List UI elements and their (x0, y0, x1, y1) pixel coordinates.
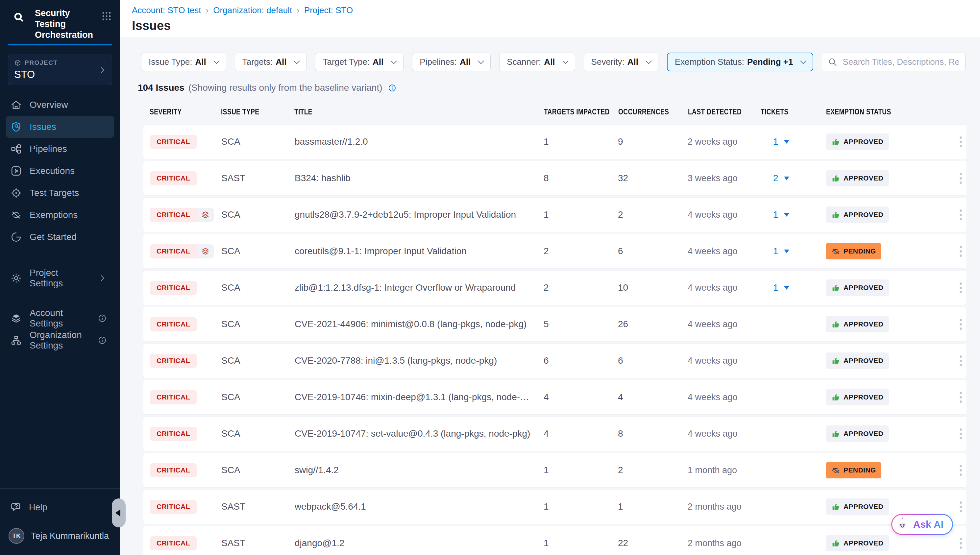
info-icon[interactable] (388, 83, 396, 92)
sidebar-item-project-settings[interactable]: Project Settings (0, 267, 120, 289)
tickets-dropdown[interactable]: 1 (760, 246, 826, 257)
sidebar-item-get-started[interactable]: Get Started (0, 226, 120, 248)
exemption-status-badge[interactable]: APPROVED (826, 353, 889, 369)
row-menu-button[interactable] (960, 392, 967, 403)
sidebar-item-overview[interactable]: Overview (0, 94, 120, 116)
issues-summary: 104 Issues (Showing results only from th… (138, 83, 966, 93)
exemption-status-badge[interactable]: PENDING (826, 243, 881, 260)
column-header: ISSUE TYPE (221, 107, 294, 116)
tickets-dropdown[interactable]: 1 (760, 209, 826, 220)
exemption-status-badge[interactable]: APPROVED (826, 425, 889, 442)
project-selector[interactable]: PROJECT STO (8, 55, 112, 85)
avatar: TK (8, 528, 24, 544)
table-row[interactable]: CRITICAL SCA CVE-2020-7788: ini@1.3.5 (l… (143, 343, 967, 378)
table-row[interactable]: CRITICAL SCA CVE-2019-10746: mixin-deep@… (143, 380, 967, 415)
column-header: TITLE (294, 107, 544, 116)
exemption-status-badge[interactable]: APPROVED (826, 499, 889, 515)
filter-targets-[interactable]: Targets: All (235, 53, 307, 71)
filter-issue-type-[interactable]: Issue Type: All (141, 53, 226, 71)
module-grid-icon[interactable] (101, 11, 112, 22)
exemption-status-badge[interactable]: APPROVED (826, 133, 889, 150)
table-row[interactable]: CRITICAL SCA CVE-2019-10747: set-value@0… (143, 416, 967, 451)
exemption-status-badge[interactable]: APPROVED (826, 207, 889, 223)
search-input[interactable] (822, 53, 966, 71)
exemption-status-badge[interactable]: APPROVED (826, 389, 889, 406)
ticket-count: 1 (773, 209, 778, 220)
table-row[interactable]: CRITICAL SCA bassmaster//1.2.0 1 9 2 wee… (143, 124, 967, 159)
exemption-status-badge[interactable]: APPROVED (826, 535, 889, 552)
table-row[interactable]: CRITICAL SAST webpack@5.64.1 1 1 2 month… (143, 489, 967, 524)
eye-off-icon (11, 209, 22, 221)
filter-pipelines-[interactable]: Pipelines: All (412, 53, 491, 71)
row-menu-button[interactable] (960, 209, 967, 220)
table-row[interactable]: CRITICAL SCA CVE-2021-44906: minimist@0.… (143, 307, 967, 342)
exemption-status-label: APPROVED (844, 539, 883, 547)
table-row[interactable]: CRITICAL SCA gnutls28@3.7.9-2+deb12u5: I… (143, 197, 967, 232)
sidebar-collapse-handle[interactable] (112, 499, 126, 528)
sidebar-item-organization-settings[interactable]: Organization Settings (0, 329, 120, 351)
eye-off-icon (831, 247, 840, 256)
row-menu-button[interactable] (960, 501, 967, 512)
breadcrumb-link[interactable]: Project: STO (304, 5, 353, 16)
sidebar-item-executions[interactable]: Executions (0, 160, 120, 182)
filters-toolbar: Issue Type: All Targets: All Target Type… (141, 53, 966, 71)
ask-ai-button[interactable]: Ask AI (891, 514, 953, 535)
chevron-down-icon (800, 58, 806, 64)
tickets-dropdown[interactable]: 1 (760, 136, 826, 147)
caret-down-icon (784, 140, 789, 144)
row-menu-button[interactable] (960, 465, 967, 476)
filter-severity-[interactable]: Severity: All (584, 53, 658, 71)
table-row[interactable]: CRITICAL SAST B324: hashlib 8 32 3 weeks… (143, 161, 967, 196)
page-title: Issues (132, 19, 980, 33)
chevron-right-icon (98, 66, 107, 74)
table-row[interactable]: CRITICAL SCA swig//1.4.2 1 2 1 month ago… (143, 453, 967, 488)
sidebar-item-test-targets[interactable]: Test Targets (0, 182, 120, 204)
row-menu-button[interactable] (960, 246, 967, 257)
play-square-icon (11, 165, 22, 176)
filter-exemption-status-[interactable]: Exemption Status: Pending +1 (667, 53, 813, 71)
row-menu-button[interactable] (960, 319, 967, 330)
issue-type: SCA (221, 355, 295, 366)
ask-ai-label: Ask AI (913, 519, 943, 530)
row-menu-button[interactable] (960, 173, 967, 184)
breadcrumb-link[interactable]: Account: STO test (132, 5, 201, 16)
exemption-status-badge[interactable]: APPROVED (826, 279, 889, 296)
breadcrumb-link[interactable]: Organization: default (213, 5, 292, 16)
sidebar-item-pipelines[interactable]: Pipelines (0, 138, 120, 160)
exemption-status-badge[interactable]: APPROVED (826, 170, 889, 186)
thumb-up-icon (831, 502, 840, 511)
ai-robot-icon (895, 517, 910, 532)
sidebar-item-account-settings[interactable]: Account Settings (0, 307, 120, 329)
issue-title: B324: hashlib (295, 173, 544, 183)
last-detected: 4 weeks ago (688, 210, 760, 220)
exemption-status-badge[interactable]: APPROVED (826, 316, 889, 332)
sidebar-item-exemptions[interactable]: Exemptions (0, 204, 120, 226)
tickets-dropdown[interactable]: 1 (760, 282, 826, 293)
severity-label: CRITICAL (150, 354, 197, 368)
filter-scanner-[interactable]: Scanner: All (499, 53, 575, 71)
row-menu-button[interactable] (960, 355, 967, 366)
row-menu-button[interactable] (960, 136, 967, 147)
table-row[interactable]: CRITICAL SCA coreutils@9.1-1: Improper I… (143, 234, 967, 269)
user-menu[interactable]: TK Teja Kummarikuntla (0, 525, 120, 547)
help-button[interactable]: Help (0, 497, 120, 518)
issues-count: 104 Issues (138, 83, 184, 93)
exemption-status-label: PENDING (844, 247, 876, 255)
app-logo-row: Security Testing Orchestration (0, 0, 120, 40)
exemption-status-badge[interactable]: PENDING (826, 462, 881, 478)
sidebar-item-issues[interactable]: Issues (6, 116, 114, 138)
last-detected: 2 weeks ago (688, 137, 760, 147)
tickets-dropdown[interactable]: 2 (760, 173, 826, 183)
row-menu-button[interactable] (960, 282, 967, 293)
table-row[interactable]: CRITICAL SCA zlib@1:1.2.13.dfsg-1: Integ… (143, 270, 967, 305)
severity-badge: CRITICAL (150, 135, 197, 149)
filter-target-type-[interactable]: Target Type: All (315, 53, 404, 71)
table-row[interactable]: CRITICAL SAST django@1.2 1 22 2 months a… (143, 526, 967, 555)
sidebar-nav: Overview Issues Pipelines Executions Tes… (0, 94, 120, 248)
row-menu-button[interactable] (960, 428, 967, 439)
row-menu-button[interactable] (960, 538, 967, 549)
main-content: Account: STO test›Organization: default›… (120, 0, 980, 555)
severity-badge: CRITICAL (150, 171, 197, 185)
search-icon (828, 57, 837, 67)
thumb-up-icon (831, 539, 840, 548)
